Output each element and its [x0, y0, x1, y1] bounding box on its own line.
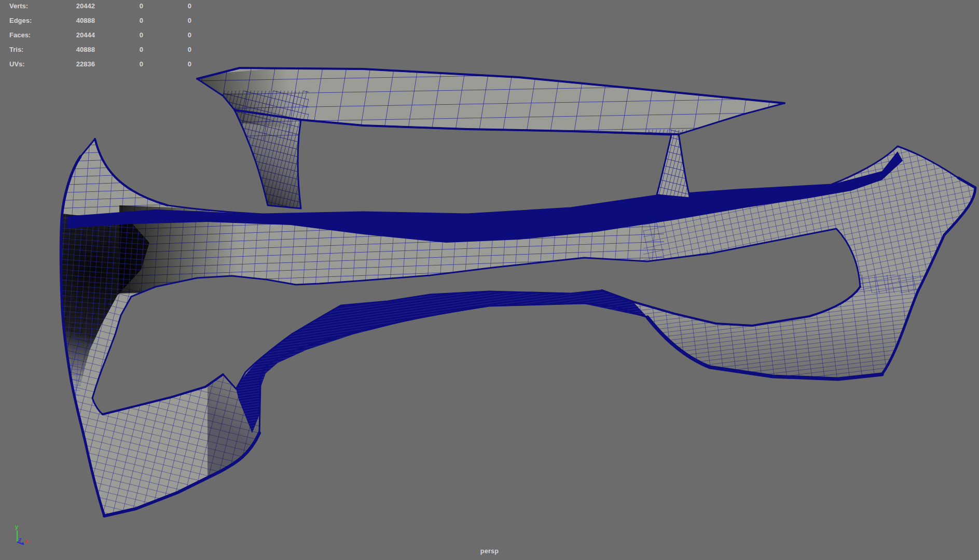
poly-count-hud: Verts: 20442 0 0 Edges: 40888 0 0 Faces:…: [0, 0, 208, 73]
hud-label: Verts:: [9, 2, 28, 11]
hud-col2-value: 0: [107, 16, 143, 25]
hud-total-value: 40888: [49, 16, 95, 25]
hud-col2-value: 0: [107, 31, 143, 40]
hud-total-value: 20442: [49, 2, 95, 11]
hud-label: UVs:: [9, 60, 25, 69]
maya-3d-viewport[interactable]: y z x Verts: 20442 0 0 Edges: 40888 0 0 …: [0, 0, 979, 560]
hud-col3-value: 0: [155, 16, 191, 25]
z-axis-label: z: [18, 537, 21, 542]
hud-col2-value: 0: [107, 2, 143, 11]
hud-total-value: 20444: [49, 31, 95, 40]
hud-col3-value: 0: [155, 60, 191, 69]
wireframe-mesh-canvas[interactable]: y z x: [0, 0, 979, 560]
hud-col2-value: 0: [107, 45, 143, 54]
hud-label: Tris:: [9, 45, 23, 54]
hud-col3-value: 0: [155, 31, 191, 40]
hud-label: Edges:: [9, 16, 32, 25]
hud-col3-value: 0: [155, 45, 191, 54]
hud-col2-value: 0: [107, 60, 143, 69]
camera-name-label: persp: [0, 548, 979, 555]
y-axis-label: y: [15, 524, 19, 530]
x-axis-label: x: [25, 538, 29, 544]
hud-label: Faces:: [9, 31, 31, 40]
hud-total-value: 22836: [49, 60, 95, 69]
hud-total-value: 40888: [49, 45, 95, 54]
hud-col3-value: 0: [155, 2, 191, 11]
